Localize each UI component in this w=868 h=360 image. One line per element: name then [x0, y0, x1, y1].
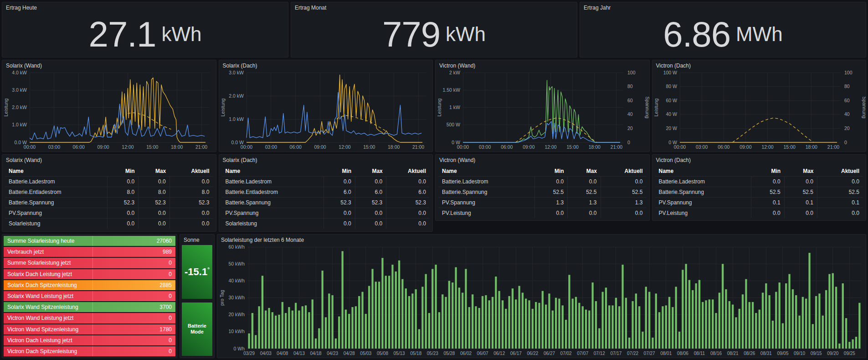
svg-text:20: 20: [627, 125, 633, 131]
table-cell: 52.3: [386, 198, 430, 208]
table-cell: 0.0: [107, 219, 139, 229]
solarix-dach-timeseries[interactable]: 0.0 W1.0 kW2.0 kW3.0 kW00:0003:0006:0009…: [219, 69, 433, 152]
stat-value: 779: [382, 16, 440, 52]
table-cell: Solarleistung: [5, 219, 107, 229]
panel-victron-dach-chart: Victron (Dach) 0 W20 W40 W60 W80 W100 W0…: [652, 60, 867, 152]
panel-title[interactable]: Solarleistung der letzten 6 Monate: [217, 235, 866, 243]
column-header-aktuell[interactable]: Aktuell: [601, 166, 646, 177]
panel-title[interactable]: Victron (Wand): [436, 60, 649, 69]
panel-title[interactable]: Solarix (Wand): [2, 155, 216, 163]
solar-6-months-bar-chart[interactable]: 03/2904/0304/0804/1304/1804/2304/2805/03…: [217, 243, 866, 358]
column-header-name[interactable]: Name: [438, 166, 534, 177]
column-header-aktuell[interactable]: Aktuell: [386, 166, 430, 177]
stat-row-label: Solarix Wand Leistung jetzt: [4, 291, 93, 301]
panel-title[interactable]: Solarix (Dach): [219, 60, 433, 69]
svg-text:06/02: 06/02: [460, 351, 472, 356]
panel-title[interactable]: Sonne: [180, 235, 214, 243]
panel-title[interactable]: Victron (Dach): [652, 155, 866, 163]
svg-text:2.0 kW: 2.0 kW: [229, 93, 244, 99]
stat-row-label: Solarix Dach Leistung jetzt: [4, 269, 93, 279]
svg-text:1.50 kW: 1.50 kW: [442, 87, 460, 93]
svg-text:03:00: 03:00: [48, 144, 60, 150]
panel-title[interactable]: Victron (Wand): [436, 155, 649, 163]
svg-text:18:00: 18:00: [805, 144, 817, 150]
svg-text:50 kWh: 50 kWh: [228, 261, 245, 266]
svg-text:0 Wh: 0 Wh: [233, 346, 245, 351]
table-cell: 0.0: [139, 219, 170, 229]
svg-text:100 W: 100 W: [663, 70, 677, 75]
column-header-min[interactable]: Min: [107, 166, 139, 177]
svg-text:00:00: 00:00: [240, 144, 252, 150]
table-cell: 52.3: [169, 198, 213, 208]
table-cell: 0.0: [386, 208, 430, 219]
panel-title[interactable]: Ertrag Jahr: [580, 2, 866, 11]
svg-text:06:00: 06:00: [289, 144, 301, 150]
column-header-max[interactable]: Max: [139, 166, 170, 177]
stat-unit: kWh: [161, 24, 201, 44]
svg-text:0: 0: [627, 140, 630, 145]
table-cell: 8.0: [169, 187, 213, 198]
svg-text:08/01: 08/01: [660, 351, 672, 356]
svg-text:08/26: 08/26: [744, 351, 755, 356]
svg-text:04/18: 04/18: [310, 351, 322, 356]
column-header-aktuell[interactable]: Aktuell: [817, 166, 863, 177]
svg-text:15:00: 15:00: [363, 144, 375, 150]
column-header-min[interactable]: Min: [534, 166, 567, 177]
svg-text:4.0 kW: 4.0 kW: [12, 70, 27, 75]
svg-text:40 kWh: 40 kWh: [228, 278, 245, 283]
svg-text:03:00: 03:00: [265, 144, 277, 150]
column-header-name[interactable]: Name: [5, 166, 107, 177]
stat-row: Verbrauch jetzt989: [4, 247, 175, 257]
svg-text:20 W: 20 W: [666, 125, 677, 131]
column-header-aktuell[interactable]: Aktuell: [169, 166, 213, 177]
stat-row: Victron Wand Leistung jetzt0: [4, 313, 175, 323]
svg-text:21:00: 21:00: [195, 144, 207, 150]
table-cell: 0.0: [355, 177, 386, 187]
svg-text:05/23: 05/23: [427, 351, 438, 356]
svg-text:06/17: 06/17: [510, 351, 522, 356]
table-cell: 0.0: [784, 177, 817, 187]
svg-text:07/07: 07/07: [577, 351, 588, 356]
panel-title[interactable]: Ertrag Heute: [2, 2, 288, 11]
column-header-min[interactable]: Min: [751, 166, 784, 177]
svg-text:08/16: 08/16: [710, 351, 722, 356]
column-header-max[interactable]: Max: [355, 166, 386, 177]
panel-title[interactable]: Solarix (Dach): [219, 155, 433, 163]
table-cell: 0.0: [568, 177, 601, 187]
column-header-max[interactable]: Max: [784, 166, 817, 177]
svg-text:21:00: 21:00: [611, 144, 622, 150]
panel-title[interactable]: Ertrag Monat: [291, 2, 577, 11]
column-header-name[interactable]: Name: [222, 166, 324, 177]
stat-row-label: Verbrauch jetzt: [4, 247, 93, 257]
stat-row: Solarix Dach Leistung jetzt0: [4, 269, 175, 279]
svg-text:00:00: 00:00: [673, 144, 685, 150]
solarix-wand-timeseries[interactable]: 0.0 W1.0 kW2.0 kW3.0 kW4.0 kW00:0003:000…: [2, 69, 216, 152]
column-header-max[interactable]: Max: [568, 166, 601, 177]
victron-wand-timeseries[interactable]: 0 W500 W1 kW1.50 kW2 kW00:0003:0006:0009…: [436, 69, 649, 152]
svg-text:09/25: 09/25: [844, 351, 855, 356]
stat-body: 6.86 MWh: [580, 11, 866, 57]
svg-text:08/06: 08/06: [677, 351, 688, 356]
svg-text:80: 80: [844, 83, 850, 89]
table-cell: 0.0: [324, 208, 355, 219]
panel-solarix-wand-chart: Solarix (Wand) 0.0 W1.0 kW2.0 kW3.0 kW4.…: [2, 60, 216, 152]
table-header-row: NameMinMaxAktuell: [655, 166, 863, 177]
svg-text:05/28: 05/28: [443, 351, 455, 356]
table-cell: Batterie.Spannung: [222, 198, 324, 208]
panel-victron-wand-chart: Victron (Wand) 0 W500 W1 kW1.50 kW2 kW00…: [435, 60, 650, 152]
svg-text:Spannung: Spannung: [862, 97, 866, 119]
panel-title[interactable]: Solarix (Wand): [2, 60, 216, 69]
table-cell: Batterie.Spannung: [438, 187, 534, 198]
table-row: Batterie.Ladestrom0.00.00.0: [222, 177, 430, 187]
table-cell: 0.0: [601, 208, 646, 219]
panel-title[interactable]: Victron (Dach): [652, 60, 866, 69]
column-header-name[interactable]: Name: [655, 166, 751, 177]
victron-dach-timeseries[interactable]: 0 W20 W40 W60 W80 W100 W00:0003:0006:000…: [652, 69, 866, 152]
panel-solarix-wand-table: Solarix (Wand) NameMinMaxAktuellBatterie…: [2, 154, 216, 232]
victron-wand-table: NameMinMaxAktuellBatterie.Ladestrom0.00.…: [438, 166, 647, 218]
svg-text:08/21: 08/21: [727, 351, 739, 356]
column-header-min[interactable]: Min: [324, 166, 355, 177]
sun-elevation-value: -15.1: [185, 266, 207, 277]
panel-victron-wand-table: Victron (Wand) NameMinMaxAktuellBatterie…: [435, 154, 650, 221]
table-row: Batterie.Entladestrom8.08.08.0: [5, 187, 213, 198]
